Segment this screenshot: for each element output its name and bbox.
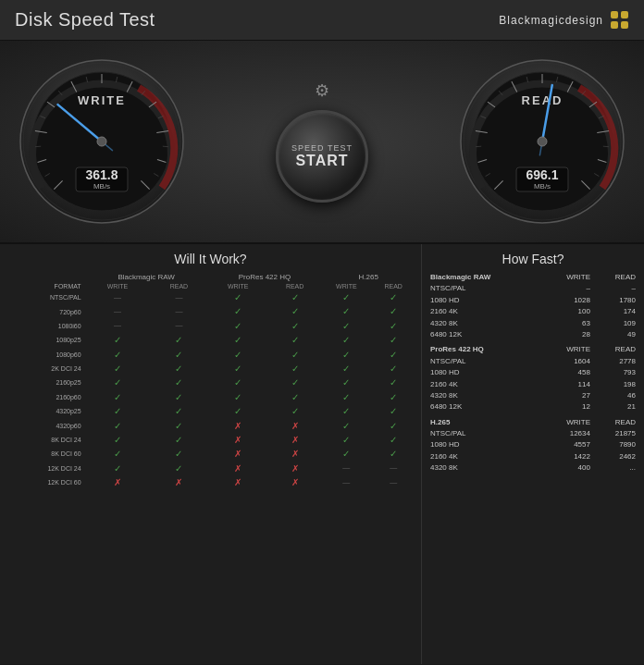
app-title: Disk Speed Test — [15, 9, 155, 31]
svg-text:WRITE: WRITE — [78, 93, 126, 107]
read-gauge: READ 696.1 MB/s — [459, 58, 625, 225]
write-gauge-container: WRITE 361.8 MB/s — [19, 58, 185, 225]
how-fast-table: Blackmagic RAWWRITEREADNTSC/PAL––1080 HD… — [427, 272, 638, 478]
results-section: Will It Work? Blackmagic RAW ProRes 422 … — [0, 244, 644, 664]
prores-header: ProRes 422 HQ — [208, 272, 322, 282]
will-it-work-title: Will It Work? — [6, 252, 415, 266]
pro-read-header: READ — [268, 282, 322, 290]
svg-point-27 — [97, 137, 106, 146]
brand-dot-2 — [621, 11, 628, 18]
svg-text:MB/s: MB/s — [534, 182, 551, 191]
svg-text:READ: READ — [522, 93, 564, 107]
how-fast-row: 1080 HD10281780 — [427, 295, 638, 306]
how-fast-title: How Fast? — [427, 252, 638, 266]
how-fast-row: NTSC/PAL1263421875 — [427, 428, 638, 439]
how-fast-row: 6480 12K2849 — [427, 329, 638, 340]
brand-dot-3 — [611, 21, 618, 29]
will-it-work-row: 4320p60✓✓✗✗✓✓ — [6, 419, 415, 433]
will-it-work-row: 2160p25✓✓✓✓✓✓ — [6, 376, 415, 389]
gauges-section: WRITE 361.8 MB/s ⚙ SPEED TEST START — [0, 41, 644, 244]
brand-dot-4 — [621, 21, 628, 29]
how-fast-panel: How Fast? Blackmagic RAWWRITEREADNTSC/PA… — [422, 244, 644, 664]
brand-dot-1 — [611, 11, 618, 18]
how-fast-row: 2160 4K100174 — [427, 306, 638, 317]
will-it-work-panel: Will It Work? Blackmagic RAW ProRes 422 … — [0, 244, 422, 664]
how-fast-group-header: ProRes 422 HQWRITEREAD — [427, 344, 638, 355]
spacer-row — [427, 474, 638, 478]
how-fast-row: 4320 8K63109 — [427, 318, 638, 329]
how-fast-group-header: Blackmagic RAWWRITEREAD — [427, 272, 638, 283]
brand-logo: Blackmagicdesign — [499, 11, 629, 30]
format-col-header — [6, 272, 85, 282]
braw-write-header: WRITE — [85, 282, 151, 290]
how-fast-row: 6480 12K1221 — [427, 401, 638, 413]
svg-text:361.8: 361.8 — [85, 167, 118, 182]
start-button-line1: SPEED TEST — [291, 143, 353, 153]
will-it-work-row: 720p60——✓✓✓✓ — [6, 304, 415, 318]
how-fast-group-header: H.265WRITEREAD — [427, 417, 638, 428]
will-it-work-row: 2K DCI 24✓✓✓✓✓✓ — [6, 362, 415, 376]
braw-read-header: READ — [150, 282, 207, 290]
will-it-work-row: 4320p25✓✓✓✓✓✓ — [6, 404, 415, 418]
read-gauge-container: READ 696.1 MB/s — [459, 58, 625, 225]
h265-header: H.265 — [321, 272, 415, 282]
will-it-work-row: 1080p25✓✓✓✓✓✓ — [6, 333, 415, 347]
will-it-work-row: 1080i60——✓✓✓✓ — [6, 319, 415, 333]
will-it-work-row: 8K DCI 60✓✓✗✗✓✓ — [6, 447, 415, 461]
pro-write-header: WRITE — [208, 282, 268, 290]
brand-name: Blackmagicdesign — [499, 14, 603, 27]
will-it-work-row: 2160p60✓✓✓✓✓✓ — [6, 390, 415, 404]
h265-write-header: WRITE — [321, 282, 371, 290]
how-fast-row: NTSC/PAL–– — [427, 283, 638, 294]
will-it-work-row: 12K DCI 60✗✗✗✗—— — [6, 475, 415, 489]
will-it-work-row: 1080p60✓✓✓✓✓✓ — [6, 348, 415, 362]
how-fast-row: 2160 4K114198 — [427, 379, 638, 390]
svg-point-58 — [538, 137, 547, 146]
how-fast-row: NTSC/PAL16042778 — [427, 356, 638, 367]
app-header: Disk Speed Test Blackmagicdesign — [0, 0, 644, 41]
h265-read-header: READ — [371, 282, 415, 290]
start-button[interactable]: SPEED TEST START — [276, 110, 368, 203]
how-fast-row: 1080 HD45577890 — [427, 439, 638, 450]
center-controls: ⚙ SPEED TEST START — [276, 80, 368, 203]
write-gauge: WRITE 361.8 MB/s — [19, 58, 185, 225]
how-fast-row: 2160 4K14222462 — [427, 451, 638, 462]
settings-icon[interactable]: ⚙ — [315, 80, 329, 101]
brand-icon — [611, 11, 629, 30]
how-fast-row: 4320 8K400... — [427, 462, 638, 474]
format-sub-label: FORMAT — [6, 282, 85, 290]
will-it-work-row: 8K DCI 24✓✓✗✗✓✓ — [6, 433, 415, 447]
start-button-line2: START — [295, 153, 348, 169]
how-fast-row: 4320 8K2746 — [427, 390, 638, 401]
svg-text:MB/s: MB/s — [93, 182, 110, 191]
will-it-work-table: Blackmagic RAW ProRes 422 HQ H.265 FORMA… — [6, 272, 415, 489]
will-it-work-row: 12K DCI 24✓✓✗✗—— — [6, 462, 415, 475]
braw-header: Blackmagic RAW — [85, 272, 208, 282]
will-it-work-row: NTSC/PAL——✓✓✓✓ — [6, 290, 415, 304]
svg-text:696.1: 696.1 — [526, 167, 558, 182]
how-fast-row: 1080 HD458793 — [427, 367, 638, 378]
